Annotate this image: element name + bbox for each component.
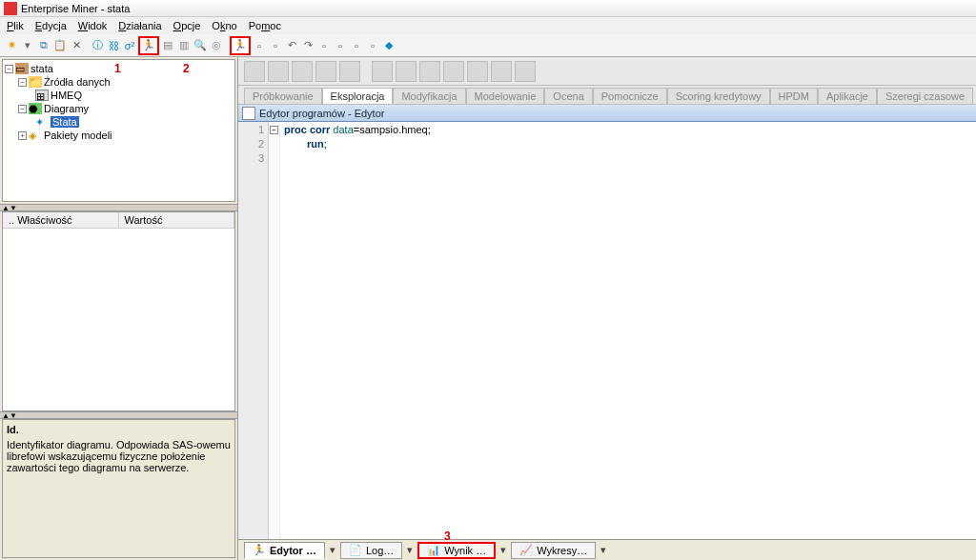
node-btn-12[interactable] [515,61,536,82]
desc-body: Identyfikator diagramu. Odpowiada SAS-ow… [7,439,231,473]
run-person2-icon[interactable]: 🏃 [233,38,248,53]
tree-diagrams[interactable]: − ⬣ Diagramy [5,102,233,115]
gray3-icon[interactable]: ▫ [316,38,332,53]
node-btn-1[interactable] [244,61,265,82]
doc2-icon[interactable]: ▥ [176,38,192,53]
menu-view[interactable]: Widok [73,19,112,32]
menu-help[interactable]: Pomoc [244,19,286,32]
redo-icon[interactable]: ↷ [300,38,315,53]
tab-sampling[interactable]: Próbkowanie [244,88,322,104]
btab-output[interactable]: 📊 Wynik … [417,542,496,559]
fold-icon[interactable]: − [270,126,278,134]
copy-icon[interactable]: ⧉ [36,38,51,53]
diagrams-icon: ⬣ [29,103,42,114]
dropdown-icon[interactable]: ▾ [404,544,416,556]
menu-options[interactable]: Opcje [169,19,206,32]
node-btn-4[interactable] [315,61,336,82]
tab-modify[interactable]: Modyfikacja [393,88,465,104]
info-icon[interactable]: ⓘ [90,38,105,53]
fold-column: − [269,122,280,539]
tab-assess[interactable]: Ocena [544,88,592,104]
run-person-icon[interactable]: 🏃 [141,38,156,53]
menu-file[interactable]: PPliklik [2,19,29,32]
target-icon[interactable]: ◎ [209,38,224,53]
tab-model[interactable]: Modelowanie [466,88,545,104]
doc-icon[interactable]: ▤ [160,38,175,53]
btab-log-label: Log… [366,545,394,556]
project-tree[interactable]: − ▭ stata − 📁 Źródła danych ⊞ HMEQ − ⬣ D… [2,59,235,202]
menu-window[interactable]: Okno [207,19,241,32]
tree-diagram-stata[interactable]: ✦ Stata [5,115,233,129]
undo-icon[interactable]: ↶ [284,38,299,53]
node-btn-7[interactable] [396,61,417,82]
line-number: 2 [238,137,264,151]
splitter-1[interactable]: ▲▼ [0,204,237,211]
btab-charts[interactable]: 📈 Wykresy… [511,542,596,559]
dropdown-icon[interactable]: ▾ [20,38,35,53]
zoom-icon[interactable]: 🔍 [193,38,208,53]
highlight-2: 🏃 [230,36,251,55]
properties-header: .. Właściwość Wartość [3,212,234,229]
tab-utility[interactable]: Pomocnicze [593,88,667,104]
left-panel: − ▭ stata − 📁 Źródła danych ⊞ HMEQ − ⬣ D… [0,57,238,560]
dropdown-icon[interactable]: ▾ [598,544,609,556]
new-icon[interactable]: ✷ [4,38,19,53]
app-icon [4,2,17,15]
run-icon: 🏃 [253,544,266,556]
tab-apps[interactable]: Aplikacje [818,88,877,104]
tab-hpdm[interactable]: HPDM [770,88,818,104]
tree-source-hmeq[interactable]: ⊞ HMEQ [5,89,233,102]
code-editor[interactable]: 1 2 3 − proc corr data=sampsio.hmeq; run… [238,122,976,539]
btab-charts-label: Wykresy… [537,545,587,556]
node-btn-2[interactable] [268,61,289,82]
paste-icon[interactable]: 📋 [52,38,68,53]
chain-icon[interactable]: ⛓ [106,38,121,53]
main-split: − ▭ stata − 📁 Źródła danych ⊞ HMEQ − ⬣ D… [0,57,976,560]
app-window: Enterprise Miner - stata PPliklik Edycja… [0,0,976,560]
tree-sources-label: Źródła danych [44,76,111,88]
gray5-icon[interactable]: ▫ [349,38,364,53]
node-btn-8[interactable] [419,61,440,82]
expand-icon[interactable]: + [18,131,27,140]
dropdown-icon[interactable]: ▾ [327,544,338,556]
gray6-icon[interactable]: ▫ [365,38,380,53]
menu-actions[interactable]: Działania [113,19,166,32]
line-number: 1 [238,123,264,137]
gray1-icon[interactable]: ▫ [252,38,267,53]
line-gutter: 1 2 3 [238,122,269,539]
gray2-icon[interactable]: ▫ [268,38,283,53]
tree-sources[interactable]: − 📁 Źródła danych [5,75,233,89]
splitter-2[interactable]: ▲▼ [0,411,237,419]
tree-root-label: stata [30,63,53,74]
tree-models[interactable]: + ◈ Pakiety modeli [5,129,233,142]
collapse-icon[interactable]: − [18,78,27,87]
tree-stata-label: Stata [51,116,79,128]
node-btn-10[interactable] [467,61,488,82]
btab-editor-label: Edytor … [270,545,316,556]
btab-editor[interactable]: 🏃 Edytor … [244,542,325,559]
tab-credit[interactable]: Scoring kredytowy [667,88,770,104]
dropdown-icon[interactable]: ▾ [498,544,509,556]
node-toolbar [238,57,976,86]
code-line-1: proc corr data=sampsio.hmeq; [284,123,972,137]
btab-log[interactable]: 📄 Log… [340,542,402,559]
tree-models-label: Pakiety modeli [44,130,112,141]
line-number: 3 [238,151,264,166]
code-content[interactable]: proc corr data=sampsio.hmeq; run; [280,122,976,539]
node-btn-11[interactable] [491,61,512,82]
node-btn-3[interactable] [292,61,313,82]
node-btn-6[interactable] [372,61,393,82]
menu-edit[interactable]: Edycja [30,19,71,32]
tab-explore[interactable]: Eksploracja [322,88,394,104]
tab-timeseries[interactable]: Szeregi czasowe [877,88,973,104]
bottom-tabs: 🏃 Edytor … ▾ 📄 Log… ▾ 📊 Wynik … ▾ 📈 Wykr… [238,539,976,560]
var-icon[interactable]: σ² [122,38,137,53]
gray4-icon[interactable]: ▫ [333,38,348,53]
help-icon[interactable]: ◆ [381,38,396,53]
code-line-2: run; [284,137,972,151]
node-btn-5[interactable] [339,61,360,82]
node-btn-9[interactable] [443,61,464,82]
collapse-icon[interactable]: − [5,65,13,73]
collapse-icon[interactable]: − [18,105,27,113]
delete-icon[interactable]: ✕ [69,38,84,53]
